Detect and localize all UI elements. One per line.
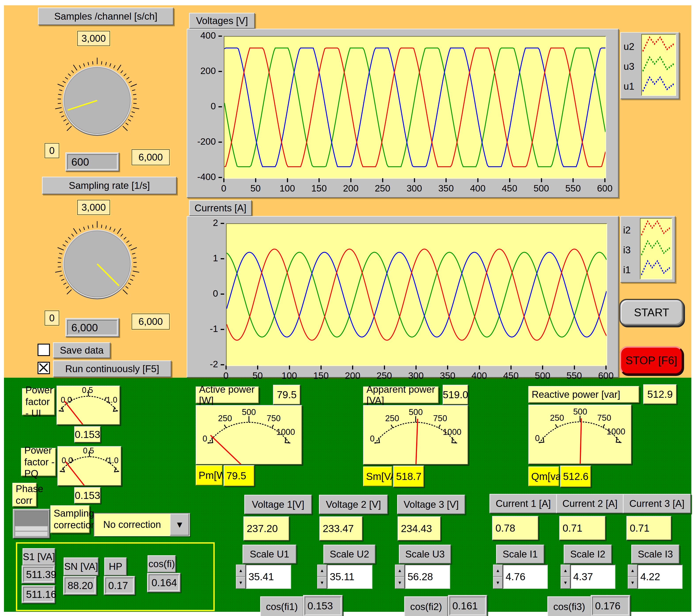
knob-tick: [73, 65, 77, 70]
scale-u3-increment-button[interactable]: ▲: [395, 565, 405, 577]
scale-i3-increment-button[interactable]: ▲: [628, 565, 637, 577]
x-axis-label: 400: [466, 370, 493, 381]
knob-tick: [123, 126, 127, 131]
x-axis-label: 0: [213, 370, 239, 381]
scale-u2-decrement-button[interactable]: ▼: [317, 577, 327, 589]
axis-tick: [287, 178, 288, 182]
knob-tick: [72, 70, 74, 73]
gauge-needle: [416, 419, 418, 464]
arrow-up-icon: ▲: [320, 568, 324, 573]
samples-value-display[interactable]: 600: [65, 153, 119, 171]
sampling-correction-selected[interactable]: No correction: [94, 514, 170, 536]
gauge-tick: [106, 458, 107, 461]
x-axis-label: 100: [274, 183, 301, 194]
reactive-power-digital: 512.9: [643, 384, 677, 404]
knob-tick: [58, 84, 64, 86]
axis-tick: [541, 178, 542, 182]
scale-u1-field[interactable]: 35.41: [246, 565, 291, 589]
sampling-correction-dropdown[interactable]: No correction ▼: [94, 513, 190, 536]
stop-button[interactable]: STOP [F6]: [620, 346, 683, 375]
scale-u3-field[interactable]: 56.28: [405, 565, 450, 589]
rate-value-field[interactable]: 6,000: [67, 320, 117, 335]
x-axis-label: 50: [242, 183, 269, 194]
gauge-scale-label: 750: [267, 414, 281, 423]
knob-tick: [65, 241, 68, 243]
knob-tick: [129, 81, 132, 83]
s1-value-2: 511.16: [22, 585, 55, 603]
phase-corr-switch-paddle[interactable]: [15, 511, 48, 526]
legend-item-i1: i1: [623, 264, 631, 275]
scale-i1-decrement-button[interactable]: ▼: [493, 577, 503, 589]
samples-per-channel-knob[interactable]: [50, 53, 145, 148]
gauge-end-mark: [616, 437, 621, 443]
rate-value-display[interactable]: 6,000: [65, 318, 119, 337]
power-factor-pq-value: 0.153: [74, 487, 101, 504]
knob-tick: [61, 279, 64, 281]
axis-tick: [320, 365, 321, 369]
knob-tick: [128, 120, 131, 121]
phase-corr-switch[interactable]: [13, 509, 50, 538]
scale-u2-increment-button[interactable]: ▲: [317, 565, 327, 577]
x-axis-label: 200: [337, 183, 364, 194]
x-axis-label: 150: [308, 370, 334, 381]
pf-ui-label-line1: Power: [26, 384, 53, 395]
dropdown-arrow-button[interactable]: ▼: [170, 514, 189, 536]
knob-tick: [117, 65, 121, 70]
sampling-rate-knob[interactable]: [50, 217, 145, 312]
gauge-scale-label: 250: [385, 414, 399, 423]
gauge-needle: [65, 462, 90, 485]
wave-i1: [227, 252, 606, 337]
sm-value: 518.7: [393, 465, 424, 487]
scale-u1-increment-button[interactable]: ▲: [236, 565, 246, 577]
axis-tick: [415, 365, 416, 369]
samples-per-channel-label: Samples /channel [s/ch]: [38, 7, 174, 25]
knob-tick: [101, 61, 102, 64]
cosfi2-value-field: 0.161: [449, 597, 486, 615]
axis-tick: [510, 365, 511, 369]
knob-tick: [60, 275, 63, 276]
x-axis-label: 300: [401, 183, 428, 194]
knob-tick: [129, 245, 132, 246]
gauge-needle: [210, 435, 249, 464]
pf-pq-label-line2: factor - PQ: [24, 457, 54, 479]
knob-tick: [58, 248, 64, 250]
scale-u1-decrement-button[interactable]: ▼: [236, 577, 246, 589]
run-continuously-checkbox[interactable]: [37, 362, 50, 374]
power-factor-pq-label: Power factor - PQ: [21, 448, 56, 476]
knob-tick: [65, 77, 68, 79]
x-axis-label: 450: [496, 183, 523, 194]
scale-i2-increment-button[interactable]: ▲: [560, 565, 570, 577]
arrow-down-icon: ▼: [496, 580, 500, 585]
y-axis-label: 200: [191, 66, 216, 76]
phase-corr-switch-bar2: [15, 531, 48, 536]
scale-i3-field[interactable]: 4.22: [637, 565, 682, 589]
scale-u3-decrement-button[interactable]: ▼: [395, 577, 405, 589]
reactive-power-gauge: 02505007501000: [528, 405, 632, 464]
gauge-scale-label: 1000: [443, 427, 461, 437]
scale-i1-increment-button[interactable]: ▲: [493, 565, 503, 577]
scale-u2-field[interactable]: 35.11: [327, 565, 373, 589]
axis-tick: [605, 365, 606, 369]
sampling-correction-line2: correction: [54, 520, 96, 530]
scale-i2-field[interactable]: 4.37: [570, 565, 615, 589]
scale-i2-spinner: ▲▼ 4.37: [560, 565, 615, 589]
x-axis-label: 350: [434, 370, 461, 381]
samples-value-field[interactable]: 600: [67, 154, 117, 170]
save-data-checkbox[interactable]: [37, 344, 50, 356]
x-axis-label: 500: [529, 370, 556, 381]
start-button[interactable]: START: [619, 299, 684, 326]
gauge-scale-label: 0.5: [83, 447, 94, 455]
axis-tick: [542, 365, 543, 369]
scale-i1-field[interactable]: 4.76: [503, 565, 548, 589]
scale-i2-decrement-button[interactable]: ▼: [560, 577, 570, 589]
gauge-end-mark: [285, 438, 290, 443]
knob-tick: [133, 258, 136, 258]
gauge-tick: [555, 424, 557, 427]
scale-i3-decrement-button[interactable]: ▼: [628, 577, 637, 589]
power-factor-ui-gauge: 0.00.51.0: [57, 385, 120, 425]
cosfi3-value-field: 0.176: [592, 597, 629, 615]
arrow-up-icon: ▲: [563, 568, 568, 573]
sampling-correction-label: Sampling correction: [50, 505, 90, 533]
gauge-scale-label: 1.0: [106, 395, 117, 405]
axis-tick: [219, 71, 222, 72]
